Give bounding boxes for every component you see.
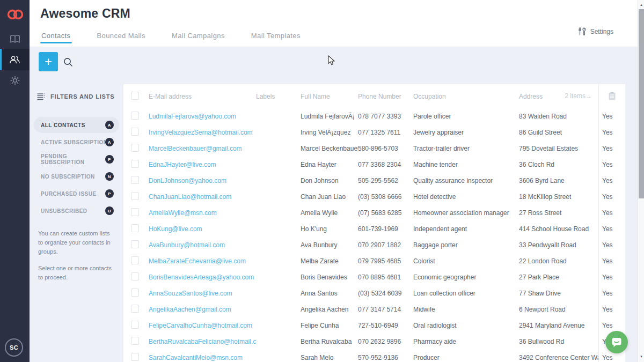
cell-email-link[interactable]: SarahCavalcantiMelo@msn.com <box>149 354 256 361</box>
cell-phone: 079 7995 4685 <box>358 257 413 265</box>
table-row[interactable]: EdnaJHayter@live.com Edna Hayter 077 336… <box>123 157 625 173</box>
row-checkbox[interactable] <box>131 176 139 184</box>
filter-item[interactable]: ALL CONTACTS A <box>34 117 119 133</box>
cell-phone: 070 2907 1882 <box>358 241 413 249</box>
app-sidebar: SC <box>0 0 30 362</box>
row-checkbox[interactable] <box>131 353 139 361</box>
list-view-icon[interactable] <box>608 92 616 101</box>
cell-email-link[interactable]: BerthaRuvalcabaFeliciano@hotmail.com <box>149 338 256 345</box>
nav-tab[interactable]: Mail Templates <box>250 27 302 47</box>
row-checkbox[interactable] <box>131 272 139 280</box>
cell-subscribed: Yes <box>598 306 625 313</box>
nav-tab[interactable]: Bounced Mails <box>96 27 147 47</box>
contacts-icon <box>9 55 20 64</box>
vertical-scrollbar[interactable]: ▲ ▼ <box>638 0 644 362</box>
table-row[interactable]: LudmilaFejfarova@yahoo.com Ludmila Fejfa… <box>123 108 625 124</box>
filter-item[interactable]: NO SUBSCRIPTION N <box>34 168 119 184</box>
col-header-labels[interactable]: Labels <box>256 93 301 100</box>
cell-email-link[interactable]: MelbaZarateEchevarria@live.com <box>149 257 256 265</box>
cell-email-link[interactable]: DonLJohnson@yahoo.com <box>149 177 256 184</box>
row-checkbox[interactable] <box>131 305 139 313</box>
row-checkbox[interactable] <box>131 256 139 264</box>
cell-phone: 077 3147 5714 <box>358 306 413 313</box>
cell-phone: 070 2632 9896 <box>358 338 413 345</box>
scroll-up-arrow-icon[interactable]: ▲ <box>638 1 644 9</box>
select-all-checkbox[interactable] <box>131 92 139 100</box>
add-contact-button[interactable]: + <box>39 52 58 71</box>
table-row[interactable]: BerthaRuvalcabaFeliciano@hotmail.com Ber… <box>123 334 625 350</box>
table-row[interactable]: SarahCavalcantiMelo@msn.com Sarah Melo 5… <box>123 350 625 362</box>
scroll-down-arrow-icon[interactable]: ▼ <box>638 353 644 360</box>
sidebar-item-address-book[interactable] <box>0 28 30 49</box>
cell-email-link[interactable]: LudmilaFejfarova@yahoo.com <box>149 113 256 120</box>
cell-full-name: Ho K'ung <box>301 225 358 233</box>
search-button[interactable] <box>63 57 74 68</box>
cell-email-link[interactable]: AnnaSouzaSantos@live.com <box>149 290 256 297</box>
row-checkbox[interactable] <box>131 321 139 329</box>
row-checkbox[interactable] <box>131 240 139 248</box>
cell-email-link[interactable]: AvaBunbury@hotmail.com <box>149 241 256 249</box>
cell-email-link[interactable]: AmeliaWylie@msn.com <box>149 209 256 217</box>
filter-item[interactable]: PURCHASED ISSUE P <box>34 186 119 202</box>
cell-email-link[interactable]: IrvingVelazquezSerna@hotmail.com <box>149 129 256 136</box>
row-checkbox[interactable] <box>131 337 139 345</box>
sidebar-item-contacts[interactable] <box>0 49 30 70</box>
table-row[interactable]: AvaBunbury@hotmail.com Ava Bunbury 070 2… <box>123 237 625 253</box>
table-row[interactable]: MarcelBeckenbauer@gmail.com Marcel Becke… <box>123 141 625 157</box>
cell-subscribed: Yes <box>598 193 625 201</box>
cell-email-link[interactable]: FelipeCarvalhoCunha@hotmail.com <box>149 322 256 329</box>
nav-tab[interactable]: Mail Campaigns <box>171 27 226 47</box>
nav-tabs: Contacts Bounced Mails Mail Campaigns Ma… <box>40 27 326 47</box>
row-checkbox[interactable] <box>131 208 139 216</box>
filter-item[interactable]: PENDING SUBSCRIPTION P <box>34 151 119 167</box>
table-row[interactable]: HoKung@live.com Ho K'ung 601-739-1969 In… <box>123 221 625 237</box>
col-header-occupation[interactable]: Occupation <box>413 93 519 100</box>
cell-full-name: Angelika Aachen <box>301 306 358 313</box>
table-row[interactable]: AmeliaWylie@msn.com Amelia Wylie (07) 56… <box>123 205 625 221</box>
cell-address: 27 Ross Street <box>519 209 598 217</box>
col-header-email[interactable]: E-Mail address <box>149 93 256 100</box>
selected-items-count: 2 items→ <box>565 92 592 100</box>
cell-email-link[interactable]: MarcelBeckenbauer@gmail.com <box>149 145 256 152</box>
main-content: + FILTERS AND LISTS AL <box>30 47 638 362</box>
col-header-phone[interactable]: Phone Number <box>358 93 413 100</box>
cell-phone: 078 7077 3393 <box>358 113 413 120</box>
table-row[interactable]: DonLJohnson@yahoo.com Don Johnson 505-29… <box>123 173 625 189</box>
chat-widget-button[interactable] <box>605 331 628 353</box>
sidebar-item-settings[interactable] <box>0 70 30 91</box>
user-avatar[interactable]: SC <box>5 338 23 357</box>
table-row[interactable]: IrvingVelazquezSerna@hotmail.com Irving … <box>123 124 625 141</box>
table-row[interactable]: BorisBenavidesArteaga@yahoo.com Boris Be… <box>123 269 625 285</box>
row-checkbox[interactable] <box>131 160 139 168</box>
filter-item-badge: A <box>105 121 114 129</box>
table-row[interactable]: ChanJuanLiao@hotmail.com Chan Juan Liao … <box>123 189 625 205</box>
table-row[interactable]: AngelikaAachen@gmail.com Angelika Aachen… <box>123 301 625 317</box>
settings-button[interactable]: Settings <box>578 27 613 36</box>
row-checkbox[interactable] <box>131 112 139 120</box>
scrollbar-thumb[interactable] <box>639 9 644 198</box>
col-header-full-name[interactable]: Full Name <box>301 93 358 100</box>
cell-full-name: Ludmila FejfarovÃ¡ <box>301 113 358 120</box>
cell-email-link[interactable]: ChanJuanLiao@hotmail.com <box>149 193 256 201</box>
table-row[interactable]: FelipeCarvalhoCunha@hotmail.com Felipe C… <box>123 317 625 334</box>
cell-email-link[interactable]: BorisBenavidesArteaga@yahoo.com <box>149 274 256 281</box>
row-checkbox[interactable] <box>131 224 139 232</box>
row-checkbox[interactable] <box>131 144 139 152</box>
nav-tab[interactable]: Contacts <box>40 27 72 47</box>
filter-item[interactable]: UNSUBSCRIBED U <box>34 203 119 219</box>
cell-email-link[interactable]: AngelikaAachen@gmail.com <box>149 306 256 313</box>
cell-address: 86 Guild Street <box>519 129 598 136</box>
table-row[interactable]: MelbaZarateEchevarria@live.com Melba Zar… <box>123 253 625 269</box>
cell-phone: 727-510-6949 <box>358 322 413 329</box>
row-checkbox[interactable] <box>131 128 139 136</box>
filters-header: FILTERS AND LISTS <box>37 93 114 100</box>
row-checkbox[interactable] <box>131 289 139 297</box>
cell-email-link[interactable]: EdnaJHayter@live.com <box>149 161 256 168</box>
cell-full-name: Irving VelÃ¡zquez <box>301 129 358 136</box>
table-row[interactable]: AnnaSouzaSantos@live.com Anna Santos (03… <box>123 285 625 301</box>
row-checkbox[interactable] <box>131 192 139 200</box>
cell-email-link[interactable]: HoKung@live.com <box>149 225 256 233</box>
book-icon <box>10 34 20 43</box>
cell-occupation: Independent agent <box>413 225 519 233</box>
filter-item[interactable]: ACTIVE SUBSCRIPTION A <box>34 134 119 150</box>
